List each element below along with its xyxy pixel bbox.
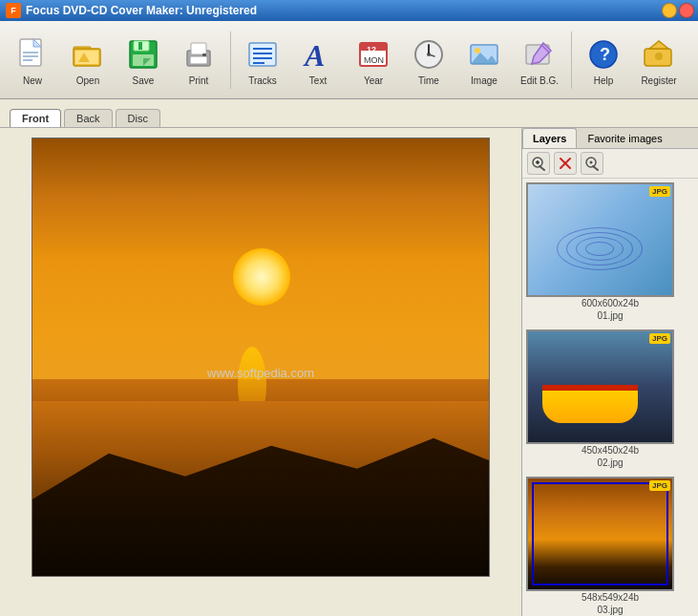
image-button[interactable]: Image <box>457 26 511 95</box>
tab-bar: Front Back Disc <box>0 99 698 128</box>
svg-rect-16 <box>191 43 206 54</box>
svg-line-43 <box>539 166 544 170</box>
thumb3-bg <box>528 478 672 589</box>
image-dimensions-1: 600x600x24b <box>526 297 694 309</box>
new-label: New <box>23 75 42 86</box>
help-button[interactable]: ? Help <box>577 26 630 95</box>
panel-delete-button[interactable] <box>554 152 577 175</box>
jpg-badge-2: JPG <box>649 333 670 344</box>
sun <box>233 248 290 306</box>
thumbnail-2[interactable]: JPG <box>526 329 674 444</box>
text-label: Text <box>309 75 327 86</box>
boat-hull <box>542 385 638 423</box>
ripple <box>557 227 643 270</box>
year-button[interactable]: 12 MON Year <box>347 26 400 95</box>
main-content: www.softpedia.com Layers Favorite images <box>0 128 698 616</box>
register-button[interactable]: Register <box>632 26 686 95</box>
image-filename-2: 02.jpg <box>526 457 694 469</box>
list-item[interactable]: JPG 548x549x24b 03.jpg <box>526 477 694 616</box>
app-icon: F <box>6 3 21 18</box>
register-label: Register <box>641 75 676 86</box>
panel-tab-favorites[interactable]: Favorite images <box>577 128 672 148</box>
tracks-icon <box>244 36 281 73</box>
panel-tabs: Layers Favorite images <box>522 128 698 149</box>
svg-text:MON: MON <box>364 55 384 65</box>
thumbnail-3[interactable]: JPG <box>526 477 674 591</box>
print-icon <box>180 36 217 73</box>
save-icon <box>125 36 161 73</box>
open-button[interactable]: Open <box>61 26 115 95</box>
svg-line-49 <box>593 166 598 170</box>
open-label: Open <box>76 75 99 86</box>
svg-rect-17 <box>202 53 206 56</box>
svg-marker-40 <box>649 41 668 49</box>
text-icon: A <box>300 36 336 73</box>
right-panel: Layers Favorite images <box>521 128 698 616</box>
print-button[interactable]: Print <box>172 26 225 95</box>
separator-1 <box>230 32 231 89</box>
svg-text:12: 12 <box>367 45 376 54</box>
time-label: Time <box>418 75 439 86</box>
svg-rect-12 <box>138 42 142 50</box>
time-button[interactable]: Time <box>402 26 455 95</box>
svg-rect-15 <box>190 56 207 64</box>
image-list[interactable]: JPG 600x600x24b 01.jpg JPG 450x450x24b 0… <box>522 179 698 616</box>
open-icon <box>70 36 106 73</box>
save-label: Save <box>133 75 155 86</box>
close-button[interactable] <box>679 3 694 18</box>
image-icon <box>466 36 502 73</box>
tab-disc[interactable]: Disc <box>116 109 160 127</box>
time-icon <box>411 36 447 73</box>
year-icon: 12 MON <box>355 36 391 73</box>
thumb2-bg <box>528 331 672 442</box>
window-controls <box>662 3 694 18</box>
help-icon: ? <box>585 36 622 73</box>
panel-add-button[interactable] <box>527 152 550 175</box>
image-label: Image <box>471 75 497 86</box>
toolbar: New Open Save <box>0 21 698 99</box>
list-item[interactable]: JPG 450x450x24b 02.jpg <box>526 329 694 469</box>
svg-point-33 <box>475 48 480 53</box>
new-button[interactable]: New <box>6 26 59 95</box>
jpg-badge-3: JPG <box>649 480 670 491</box>
tab-front[interactable]: Front <box>10 109 61 127</box>
panel-tab-layers[interactable]: Layers <box>522 128 577 148</box>
save-button[interactable]: Save <box>116 26 170 95</box>
canvas-image[interactable] <box>32 138 490 577</box>
tracks-label: Tracks <box>248 75 277 86</box>
thumb1-bg <box>528 184 672 295</box>
jpg-badge-1: JPG <box>649 186 670 197</box>
svg-text:A: A <box>303 38 325 72</box>
print-label: Print <box>189 75 209 86</box>
panel-edit-button[interactable] <box>581 152 603 175</box>
svg-text:?: ? <box>600 45 610 64</box>
image-filename-3: 03.jpg <box>526 604 694 616</box>
editbg-button[interactable]: Edit B.G. <box>513 26 566 95</box>
help-label: Help <box>594 75 614 86</box>
list-item[interactable]: JPG 600x600x24b 01.jpg <box>526 182 694 322</box>
thumbnail-1[interactable]: JPG <box>526 182 674 297</box>
thumb3-border <box>532 482 668 585</box>
panel-toolbar <box>522 149 698 179</box>
canvas-area: www.softpedia.com <box>0 128 521 616</box>
svg-point-41 <box>655 53 663 60</box>
editbg-icon <box>521 36 558 73</box>
year-label: Year <box>364 75 383 86</box>
tracks-button[interactable]: Tracks <box>236 26 289 95</box>
editbg-label: Edit B.G. <box>520 75 559 86</box>
image-dimensions-3: 548x549x24b <box>526 591 694 604</box>
tab-back[interactable]: Back <box>64 109 112 127</box>
minimize-button[interactable] <box>662 3 677 18</box>
text-button[interactable]: A Text <box>291 26 345 95</box>
register-icon <box>641 36 677 73</box>
image-dimensions-2: 450x450x24b <box>526 444 694 457</box>
separator-2 <box>571 32 572 89</box>
app-title: Focus DVD-CD Cover Maker: Unregistered <box>26 4 257 17</box>
svg-point-50 <box>590 161 593 164</box>
titlebar: F Focus DVD-CD Cover Maker: Unregistered <box>0 0 698 21</box>
image-filename-1: 01.jpg <box>526 309 694 322</box>
new-icon <box>14 36 51 73</box>
